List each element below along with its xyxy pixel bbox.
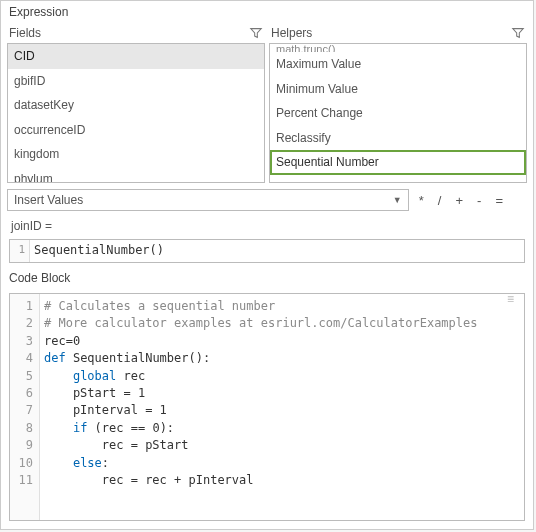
list-item[interactable]: math.trunc() [270,44,526,52]
helpers-label: Helpers [271,26,312,40]
operator-bar: */+-= [419,193,527,208]
helpers-listbox[interactable]: math.trunc()Maximum ValueMinimum ValuePe… [269,43,527,183]
insert-values-dropdown[interactable]: Insert Values ▼ [7,189,409,211]
insert-values-row: Insert Values ▼ */+-= [1,183,533,217]
operator-button[interactable]: + [455,193,463,208]
list-item[interactable]: CID [8,44,264,69]
operator-button[interactable]: * [419,193,424,208]
code-gutter: 1234567891011 [10,294,40,520]
list-item[interactable]: Reclassify [270,126,526,151]
list-item[interactable]: occurrenceID [8,118,264,143]
list-item[interactable]: datasetKey [8,93,264,118]
filter-icon[interactable] [511,26,525,40]
operator-button[interactable]: = [495,193,503,208]
list-item[interactable]: gbifID [8,69,264,94]
fields-header: Fields [7,23,265,43]
helpers-column: Helpers math.trunc()Maximum ValueMinimum… [269,23,527,183]
list-item[interactable]: time.strftime('%d/%m/%Y') [270,175,526,183]
fields-column: Fields CIDgbifIDdatasetKeyoccurrenceIDki… [7,23,265,183]
list-item[interactable]: Maximum Value [270,52,526,77]
insert-values-label: Insert Values [14,193,83,207]
fields-helpers-row: Fields CIDgbifIDdatasetKeyoccurrenceIDki… [1,23,533,183]
operator-button[interactable]: / [438,193,442,208]
fields-listbox[interactable]: CIDgbifIDdatasetKeyoccurrenceIDkingdomph… [7,43,265,183]
filter-icon[interactable] [249,26,263,40]
list-item[interactable]: Sequential Number [270,150,526,175]
expression-line-number: 1 [10,240,30,262]
section-title-codeblock: Code Block [1,267,533,289]
helpers-header: Helpers [269,23,527,43]
code-lines[interactable]: # Calculates a sequential number# More c… [40,294,524,520]
section-title-expression: Expression [1,1,533,23]
operator-button[interactable]: - [477,193,481,208]
drag-handle-icon[interactable]: ≡ [507,297,521,307]
expression-panel: Expression Fields CIDgbifIDdatasetKeyocc… [0,0,534,530]
expression-text[interactable]: SequentialNumber() [30,240,524,262]
list-item[interactable]: Percent Change [270,101,526,126]
expression-input[interactable]: 1 SequentialNumber() [9,239,525,263]
list-item[interactable]: kingdom [8,142,264,167]
code-block-editor[interactable]: 1234567891011 # Calculates a sequential … [9,293,525,521]
chevron-down-icon: ▼ [393,195,402,205]
list-item[interactable]: phylum [8,167,264,183]
fields-label: Fields [9,26,41,40]
list-item[interactable]: Minimum Value [270,77,526,102]
expression-label: joinID = [1,217,533,235]
